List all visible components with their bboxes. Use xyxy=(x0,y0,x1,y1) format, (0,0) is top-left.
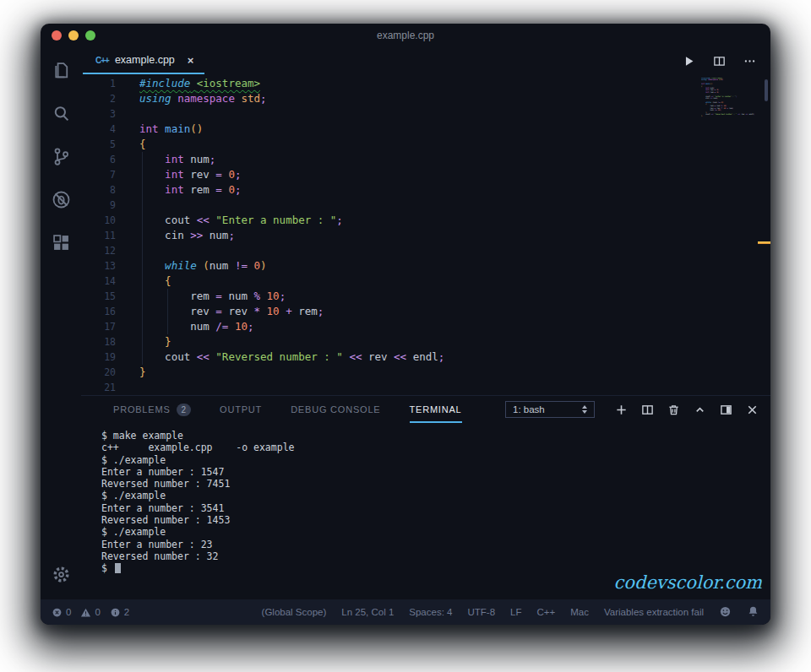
line-number: 16 xyxy=(81,304,116,319)
panel-tab-output[interactable]: OUTPUT xyxy=(220,396,262,423)
editor-scrollbar[interactable] xyxy=(765,79,768,101)
code-token: #include xyxy=(139,77,190,89)
status-item-global-scope[interactable]: (Global Scope) xyxy=(262,607,327,617)
code-line[interactable]: 2using namespace std; xyxy=(81,91,770,106)
code-line[interactable]: 3 xyxy=(81,106,770,122)
code-text: int rem = 0; xyxy=(116,182,241,198)
code-area[interactable]: 1#include <iostream>2using namespace std… xyxy=(81,74,770,395)
code-line[interactable]: 6 int num; xyxy=(81,152,770,167)
code-line[interactable]: 20} xyxy=(81,365,770,380)
panel-tab-problems[interactable]: PROBLEMS2 xyxy=(113,396,191,423)
status-items: (Global Scope)Ln 25, Col 1Spaces: 4UTF-8… xyxy=(262,605,759,620)
code-token: 10 xyxy=(267,290,280,302)
code-line[interactable]: 5{ xyxy=(81,137,770,152)
line-number: 11 xyxy=(81,228,116,243)
run-button[interactable] xyxy=(682,54,696,68)
more-actions-icon[interactable] xyxy=(743,54,757,68)
panel-tab-debug-console[interactable]: DEBUG CONSOLE xyxy=(291,396,380,423)
split-terminal-icon[interactable] xyxy=(641,404,654,416)
status-item-mac[interactable]: Mac xyxy=(570,607,589,617)
source-control-icon[interactable] xyxy=(50,145,73,168)
search-icon[interactable] xyxy=(50,102,73,125)
code-token: << xyxy=(349,350,362,363)
tab-label: example.cpp xyxy=(115,54,175,66)
code-token: cin xyxy=(165,229,190,241)
code-token: ) xyxy=(260,259,267,272)
code-token: cout xyxy=(165,214,197,226)
kill-terminal-trash-icon[interactable] xyxy=(667,404,680,416)
status-bar: 0 0 2 (Global Scope)Ln 25, Col 1Spaces: … xyxy=(41,599,770,625)
explorer-icon[interactable] xyxy=(50,59,73,82)
new-terminal-icon[interactable] xyxy=(615,404,628,416)
code-line[interactable]: 17 num /= 10; xyxy=(81,319,770,334)
panel-tabs: PROBLEMS2OUTPUTDEBUG CONSOLETERMINAL xyxy=(113,396,491,423)
code-line[interactable]: 18 } xyxy=(81,334,770,350)
infos-indicator[interactable]: 2 xyxy=(110,607,129,618)
line-number: 13 xyxy=(81,258,116,274)
indent-guide xyxy=(142,152,143,365)
line-number: 9 xyxy=(81,198,116,213)
code-line[interactable]: 13 while (num != 0) xyxy=(81,258,770,274)
code-token: = xyxy=(215,183,222,196)
notifications-bell-icon[interactable] xyxy=(747,605,759,620)
settings-gear-icon[interactable] xyxy=(50,563,73,586)
code-line[interactable]: 11 cin >> num; xyxy=(81,228,770,243)
error-squiggle: #include <iostream> xyxy=(139,77,260,89)
maximize-panel-icon[interactable] xyxy=(720,404,732,416)
chevron-up-icon[interactable] xyxy=(694,404,706,416)
code-token xyxy=(248,259,254,272)
problems-count-badge: 2 xyxy=(177,404,192,416)
code-line[interactable]: 16 rev = rev * 10 + rem; xyxy=(81,304,770,319)
code-text: cout << "Enter a number : "; xyxy=(116,213,343,228)
code-line[interactable]: 4int main() xyxy=(81,122,770,137)
tab-close-icon[interactable]: × xyxy=(188,54,194,67)
code-line[interactable]: 19 cout << "Reversed number : " << rev <… xyxy=(81,350,770,365)
status-item-lf[interactable]: LF xyxy=(510,607,521,617)
code-line[interactable]: 12 xyxy=(81,243,770,258)
debug-disabled-icon[interactable] xyxy=(50,188,73,211)
status-item-utf-8[interactable]: UTF-8 xyxy=(467,607,495,617)
code-token: rem xyxy=(190,290,215,302)
code-token: ; xyxy=(438,350,445,363)
status-item-spaces-4[interactable]: Spaces: 4 xyxy=(409,607,452,617)
extensions-icon[interactable] xyxy=(50,231,73,254)
cpp-language-icon: C++ xyxy=(95,56,109,65)
code-line[interactable]: 15 rem = num % 10; xyxy=(81,289,770,304)
code-token xyxy=(139,335,165,348)
status-item-variables-extraction-fail[interactable]: Variables extraction fail xyxy=(604,607,704,617)
panel-tab-label: DEBUG CONSOLE xyxy=(291,404,380,415)
terminal-shell-select[interactable]: 1: bash xyxy=(505,401,595,418)
code-token xyxy=(260,305,267,317)
code-editor[interactable]: 1#include <iostream>2using namespace std… xyxy=(81,74,770,395)
status-item-c[interactable]: C++ xyxy=(536,607,555,617)
code-line[interactable]: 14 { xyxy=(81,274,770,289)
code-line[interactable]: 9 xyxy=(81,198,770,213)
code-line[interactable]: 7 int rev = 0; xyxy=(81,167,770,182)
errors-indicator[interactable]: 0 xyxy=(52,607,71,618)
panel-tab-terminal[interactable]: TERMINAL xyxy=(410,396,462,423)
tab-example-cpp[interactable]: C++ example.cpp × xyxy=(83,47,204,74)
code-token: using xyxy=(139,92,171,105)
close-panel-icon[interactable] xyxy=(746,404,759,416)
line-number: 15 xyxy=(81,289,116,304)
code-token: num xyxy=(190,320,215,333)
code-token: << xyxy=(197,350,210,363)
code-text: num /= 10; xyxy=(116,319,254,334)
terminal-line: Reversed number : 1453 xyxy=(101,514,770,526)
warnings-indicator[interactable]: 0 xyxy=(80,607,100,618)
panel-toolbar: 1: bash xyxy=(505,401,759,418)
code-line[interactable]: 10 cout << "Enter a number : "; xyxy=(81,213,770,228)
code-token xyxy=(139,214,165,226)
status-item-ln-25-col-1[interactable]: Ln 25, Col 1 xyxy=(341,607,394,617)
status-problems[interactable]: 0 0 2 xyxy=(52,607,129,618)
feedback-smiley-icon[interactable] xyxy=(719,605,732,620)
code-line[interactable]: 8 int rem = 0; xyxy=(81,182,770,198)
code-token: <iostream> xyxy=(197,77,260,89)
code-token xyxy=(139,320,190,333)
split-editor-icon[interactable] xyxy=(712,54,727,68)
code-line[interactable]: 21 xyxy=(81,380,770,395)
code-token: ; xyxy=(280,290,286,302)
code-line[interactable]: 1#include <iostream> xyxy=(81,76,770,91)
panel-tab-label: PROBLEMS xyxy=(113,404,171,415)
code-token: ; xyxy=(336,214,343,226)
